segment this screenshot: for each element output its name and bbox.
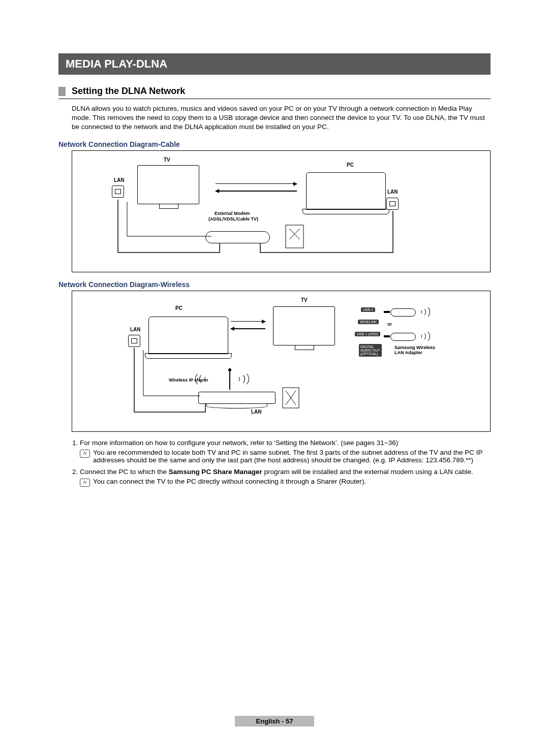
note-text: You are recommended to locate both TV an… [93, 449, 491, 464]
list-item-text-post: program will be installed and the extern… [262, 468, 473, 476]
list-item-text-pre: Connect the PC to which the [80, 468, 169, 476]
wireless-diagram-heading: Network Connection Diagram-Wireless [58, 280, 491, 289]
cable-diagram-heading: Network Connection Diagram-Cable [58, 140, 491, 148]
cable-diagram: TV PC LAN LAN External Modem (ADSL/VDSL/… [72, 150, 491, 272]
page-title: MEDIA PLAY-DLNA [66, 57, 167, 70]
intro-paragraph: DLNA allows you to watch pictures, music… [58, 104, 491, 132]
heading-rule [58, 99, 491, 99]
note-icon: N [80, 450, 90, 458]
note-row: N You are recommended to locate both TV … [80, 449, 491, 464]
note-row: N You can connect the TV to the PC direc… [80, 478, 491, 487]
list-item: Connect the PC to which the Samsung PC S… [80, 468, 491, 487]
wireless-diagram: PC TV LAN LAN Wireless IP sharer or Sams… [72, 291, 491, 432]
instruction-list: For more information on how to configure… [58, 439, 491, 487]
list-item-text-bold: Samsung PC Share Manager [169, 468, 262, 476]
page-number: English - 57 [235, 716, 315, 727]
section-heading: Setting the DLNA Network [72, 86, 185, 97]
list-item-text: For more information on how to configure… [80, 439, 398, 447]
wireless-cable-lines-icon [72, 291, 490, 431]
page: MEDIA PLAY-DLNA Setting the DLNA Network… [0, 0, 549, 756]
section-heading-row: Setting the DLNA Network [58, 86, 491, 97]
page-title-bar: MEDIA PLAY-DLNA [58, 53, 491, 75]
svg-rect-0 [286, 225, 303, 248]
list-item: For more information on how to configure… [80, 439, 491, 464]
page-footer: English - 57 [0, 716, 549, 727]
note-icon: N [80, 479, 90, 487]
heading-bullet-icon [58, 87, 66, 96]
cable-lines-icon [72, 151, 490, 272]
note-text: You can connect the TV to the PC directl… [93, 478, 366, 487]
